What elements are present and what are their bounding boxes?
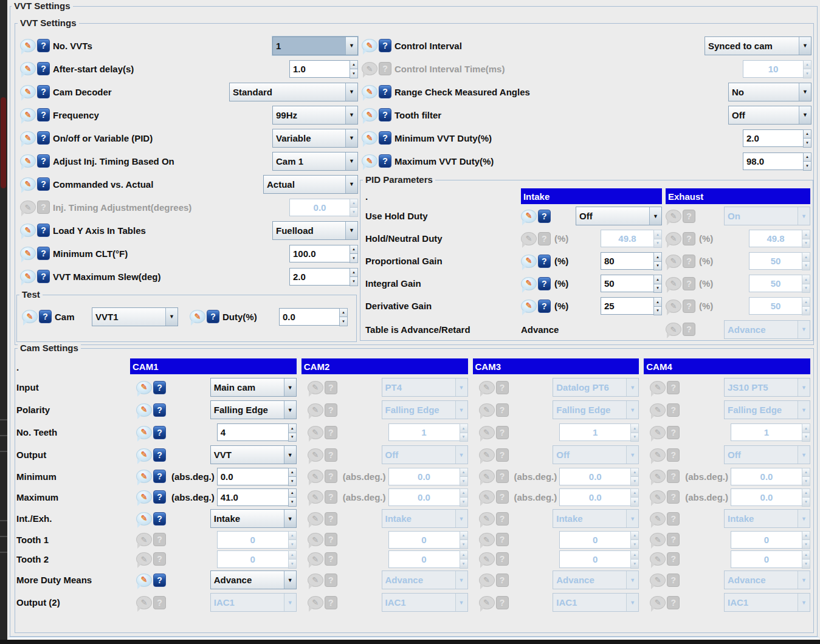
spin-up-button[interactable]: ▲ (288, 423, 297, 433)
edit-icon[interactable]: ✎ (136, 403, 152, 417)
help-icon[interactable]: ? (538, 210, 551, 223)
help-icon[interactable]: ? (37, 131, 50, 145)
edit-icon[interactable]: ✎ (20, 108, 36, 122)
spin-down-button[interactable]: ▼ (288, 497, 297, 507)
control-interval-combo[interactable]: Synced to cam▼ (705, 36, 811, 55)
spin-down-button[interactable]: ▼ (653, 284, 662, 293)
cam1-polarity-combo[interactable]: Falling Edge▼ (210, 400, 297, 419)
onoff-variable-combo[interactable]: Variable▼ (272, 129, 358, 148)
help-icon[interactable]: ? (37, 39, 50, 52)
adjust-inj-timing-combo[interactable]: Cam 1▼ (272, 152, 358, 171)
edit-icon[interactable]: ✎ (521, 300, 537, 313)
edit-icon[interactable]: ✎ (136, 426, 152, 439)
test-cam-combo[interactable]: VVT1▼ (92, 307, 178, 326)
edit-icon[interactable]: ✎ (20, 62, 36, 75)
help-icon[interactable]: ? (153, 448, 166, 462)
test-duty-input[interactable]: 0.0 (279, 308, 339, 326)
help-icon[interactable]: ? (153, 490, 166, 504)
help-icon[interactable]: ? (538, 300, 551, 313)
cam1-int-exh-combo[interactable]: Intake▼ (210, 509, 297, 528)
edit-icon[interactable]: ✎ (136, 470, 152, 483)
edit-icon[interactable]: ✎ (136, 448, 152, 462)
spin-up-button[interactable]: ▲ (350, 60, 358, 70)
derivative-gain-intake-input[interactable]: 25 (601, 297, 653, 315)
edit-icon[interactable]: ✎ (521, 210, 537, 223)
spin-up-button[interactable]: ▲ (803, 152, 811, 162)
edit-icon[interactable]: ✎ (136, 490, 152, 504)
help-icon[interactable]: ? (37, 62, 50, 75)
help-icon[interactable]: ? (37, 247, 50, 260)
maximum-vvt-duty-input[interactable]: 98.0 (743, 152, 803, 170)
help-icon[interactable]: ? (37, 108, 50, 122)
help-icon[interactable]: ? (37, 154, 50, 168)
help-icon[interactable]: ? (37, 177, 50, 191)
edit-icon[interactable]: ✎ (190, 310, 205, 323)
help-icon[interactable]: ? (153, 470, 166, 483)
edit-icon[interactable]: ✎ (521, 255, 537, 268)
edit-icon[interactable]: ✎ (136, 574, 152, 587)
spin-down-button[interactable]: ▼ (803, 161, 811, 171)
help-icon[interactable]: ? (538, 277, 551, 290)
help-icon[interactable]: ? (37, 270, 50, 283)
edit-icon[interactable]: ✎ (22, 310, 38, 323)
edit-icon[interactable]: ✎ (20, 85, 36, 98)
edit-icon[interactable]: ✎ (362, 108, 377, 122)
edit-icon[interactable]: ✎ (20, 131, 36, 145)
edit-icon[interactable]: ✎ (20, 154, 36, 168)
help-icon[interactable]: ? (153, 403, 166, 417)
help-icon[interactable]: ? (37, 85, 50, 98)
spin-down-button[interactable]: ▼ (288, 433, 297, 442)
proportional-gain-intake-input[interactable]: 80 (601, 252, 653, 270)
spin-up-button[interactable]: ▲ (288, 488, 297, 498)
cam1-maximum-input[interactable]: 41.0 (217, 488, 288, 506)
edit-icon[interactable]: ✎ (362, 131, 377, 145)
minimum-clt-input[interactable]: 100.0 (289, 245, 350, 262)
spin-up-button[interactable]: ▲ (653, 297, 662, 307)
spin-down-button[interactable]: ▼ (653, 261, 662, 271)
spin-up-button[interactable]: ▲ (288, 468, 297, 478)
edit-icon[interactable]: ✎ (136, 381, 152, 394)
use-hold-duty-intake-combo[interactable]: Off▼ (576, 207, 662, 225)
spin-up-button[interactable]: ▲ (653, 275, 662, 284)
edit-icon[interactable]: ✎ (20, 270, 36, 283)
spin-down-button[interactable]: ▼ (350, 69, 358, 78)
edit-icon[interactable]: ✎ (20, 177, 36, 191)
cam1-input-combo[interactable]: Main cam▼ (210, 378, 297, 397)
cam1-output-combo[interactable]: VVT▼ (210, 445, 297, 464)
help-icon[interactable]: ? (379, 154, 391, 168)
no-vvts-combo[interactable]: 1▼ (272, 36, 358, 55)
spin-down-button[interactable]: ▼ (288, 476, 297, 486)
edit-icon[interactable]: ✎ (136, 512, 152, 526)
help-icon[interactable]: ? (379, 85, 391, 98)
help-icon[interactable]: ? (538, 255, 551, 268)
spin-up-button[interactable]: ▲ (803, 129, 811, 139)
range-check-combo[interactable]: No▼ (728, 83, 811, 101)
edit-icon[interactable]: ✎ (20, 39, 36, 52)
minimum-vvt-duty-input[interactable]: 2.0 (743, 129, 803, 147)
help-icon[interactable]: ? (379, 39, 391, 52)
spin-up-button[interactable]: ▲ (350, 268, 358, 278)
help-icon[interactable]: ? (379, 108, 391, 122)
edit-icon[interactable]: ✎ (521, 277, 537, 290)
cam1-minimum-input[interactable]: 0.0 (217, 468, 288, 485)
edit-icon[interactable]: ✎ (362, 85, 377, 98)
spin-up-button[interactable]: ▲ (653, 252, 662, 262)
spin-down-button[interactable]: ▼ (339, 317, 348, 326)
help-icon[interactable]: ? (379, 131, 391, 145)
edit-icon[interactable]: ✎ (20, 224, 36, 237)
spin-up-button[interactable]: ▲ (350, 245, 358, 255)
tooth-filter-combo[interactable]: Off▼ (728, 106, 811, 125)
cam-decoder-combo[interactable]: Standard▼ (229, 83, 358, 101)
help-icon[interactable]: ? (37, 224, 50, 237)
spin-up-button[interactable]: ▲ (339, 308, 348, 318)
commanded-vs-actual-combo[interactable]: Actual▼ (263, 175, 358, 194)
edit-icon[interactable]: ✎ (362, 39, 377, 52)
cam1-more-duty-combo[interactable]: Advance▼ (210, 570, 297, 589)
help-icon[interactable]: ? (153, 426, 166, 439)
spin-down-button[interactable]: ▼ (350, 253, 358, 263)
cam1-no-teeth-input[interactable]: 4 (217, 423, 288, 441)
load-y-axis-combo[interactable]: Fuelload▼ (272, 221, 358, 240)
help-icon[interactable]: ? (153, 512, 166, 526)
spin-down-button[interactable]: ▼ (803, 138, 811, 148)
help-icon[interactable]: ? (39, 310, 52, 323)
